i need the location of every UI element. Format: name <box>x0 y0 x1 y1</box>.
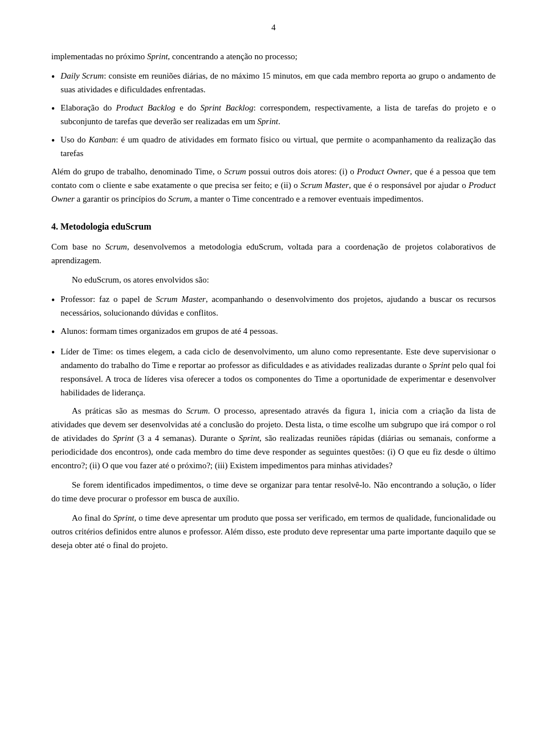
edu-bullet-item-2: • Alunos: formam times organizados em gr… <box>51 324 496 341</box>
bullet-item-2: • Elaboração do Product Backlog e do Spr… <box>51 101 496 128</box>
edu-bullet-text-3: Líder de Time: os times elegem, a cada c… <box>60 345 496 399</box>
edu-bullet-item-3: • Líder de Time: os times elegem, a cada… <box>51 345 496 399</box>
edu-bullet-marker-2: • <box>51 324 55 341</box>
intro-paragraph: implementadas no próximo Sprint, concent… <box>51 50 496 63</box>
bullet-item-1: • Daily Scrum: consiste em reuniões diár… <box>51 69 496 96</box>
page-number: 4 <box>51 23 496 32</box>
section4-p1: Com base no Scrum, desenvolvemos a metod… <box>51 240 496 267</box>
bullet-list: • Daily Scrum: consiste em reuniões diár… <box>51 69 496 160</box>
edu-bullet-item-1: • Professor: faz o papel de Scrum Master… <box>51 292 496 320</box>
edu-bullet-marker-3: • <box>51 345 55 361</box>
section4-p5: Ao final do Sprint, o time deve apresent… <box>51 511 496 552</box>
section-4-heading: 4. Metodologia eduScrum <box>51 219 496 234</box>
bullet-marker-1: • <box>51 69 55 85</box>
edu-bullet-list: • Professor: faz o papel de Scrum Master… <box>51 292 496 400</box>
bullet-text-2: Elaboração do Product Backlog e do Sprin… <box>60 101 496 128</box>
bullet-text-1: Daily Scrum: consiste em reuniões diária… <box>60 69 496 96</box>
edu-bullet-marker-1: • <box>51 292 55 309</box>
page: 4 implementadas no próximo Sprint, conce… <box>0 0 547 756</box>
section4-p3: As práticas são as mesmas do Scrum. O pr… <box>51 404 496 472</box>
bullet-item-3: • Uso do Kanban: é um quadro de atividad… <box>51 133 496 160</box>
content-block: implementadas no próximo Sprint, concent… <box>51 50 496 552</box>
continuation-paragraph: Além do grupo de trabalho, denominado Ti… <box>51 165 496 206</box>
edu-bullet-text-2: Alunos: formam times organizados em grup… <box>60 324 496 338</box>
bullet-marker-2: • <box>51 101 55 117</box>
section4-p2: No eduScrum, os atores envolvidos são: <box>51 273 496 287</box>
bullet-marker-3: • <box>51 133 55 149</box>
edu-bullet-text-1: Professor: faz o papel de Scrum Master, … <box>60 292 496 320</box>
bullet-text-3: Uso do Kanban: é um quadro de atividades… <box>60 133 496 160</box>
section4-p4: Se forem identificados impedimentos, o t… <box>51 478 496 505</box>
